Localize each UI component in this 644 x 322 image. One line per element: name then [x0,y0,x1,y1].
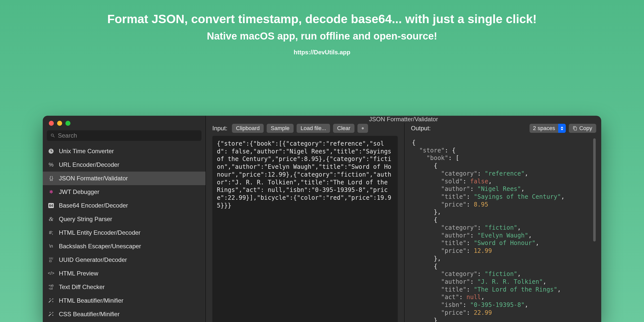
search-icon [50,133,55,138]
uuid-icon: UUID [47,256,55,264]
clipboard-button[interactable]: Clipboard [232,124,264,133]
load-file-button[interactable]: Load file... [297,124,330,133]
sidebar-item-html-entity-encoder-decoder[interactable]: #;HTML Entity Encoder/Decoder [43,226,206,239]
sidebar-item-label: Text Diff Checker [59,284,105,291]
slashn-icon: \n [47,243,55,250]
gear-icon [361,126,364,131]
sidebar-item-label: HTML Preview [59,270,98,277]
sidebar-item-label: HTML Beautifier/Minifier [59,297,124,304]
sidebar-item-label: Backslash Escaper/Unescaper [59,243,141,250]
sidebar-item-unix-time-converter[interactable]: Unix Time Converter [43,144,206,158]
window-title: JSON Formatter/Validator [206,116,601,123]
minimize-icon[interactable] [57,121,62,126]
sidebar-item-html-preview[interactable]: </>HTML Preview [43,267,206,280]
sidebar-item-label: URL Encoder/Decoder [59,161,119,168]
sidebar-item-text-diff-checker[interactable]: +ab-cdText Diff Checker [43,280,206,294]
input-pane: Input: Clipboard Sample Load file... Cle… [206,123,405,322]
sidebar-item-css-beautifier-minifier[interactable]: CSS Beautifier/Minifier [43,307,206,321]
braces-icon: {,} [47,175,55,182]
clock-icon [47,147,55,155]
search-box[interactable] [47,130,202,141]
clear-button[interactable]: Clear [333,124,354,133]
input-textarea[interactable]: {"store":{"book":[{"category":"reference… [212,136,398,322]
copy-button[interactable]: Copy [569,124,596,133]
sidebar-item-backslash-escaper-unescaper[interactable]: \nBackslash Escaper/Unescaper [43,239,206,253]
b64-icon: 64 [47,202,55,209]
sidebar-item-label: Query String Parser [59,216,112,223]
sample-button[interactable]: Sample [267,124,294,133]
sidebar-item-jwt-debugger[interactable]: ✻JWT Debugger [43,185,206,199]
sidebar-item-js-beautifier-minifier[interactable]: JS Beautifier/Minifier [43,321,206,322]
close-icon[interactable] [49,121,54,126]
sidebar-item-label: HTML Entity Encoder/Decoder [59,229,141,236]
hero-headline-1: Format JSON, convert timestamp, decode b… [0,12,644,26]
sidebar-item-label: Unix Time Converter [59,148,114,155]
chevron-updown-icon [558,124,566,133]
output-label: Output: [411,125,431,132]
sidebar-item-url-encoder-decoder[interactable]: %URL Encoder/Decoder [43,158,206,172]
amp-icon: & [47,215,55,223]
sidebar-item-label: CSS Beautifier/Minifier [59,311,119,318]
clipboard-icon [573,126,577,131]
indent-select[interactable]: 2 spaces [530,124,566,133]
percent-icon: % [47,161,55,169]
hero-url: https://DevUtils.app [0,49,644,56]
sidebar-item-label: Base64 Encoder/Decoder [59,202,128,209]
wand-icon [47,297,55,304]
sidebar-item-json-formatter-validator[interactable]: {,}JSON Formatter/Validator [43,172,206,185]
tool-list: Unix Time Converter%URL Encoder/Decoder{… [43,143,206,322]
scrollbar[interactable] [593,138,596,242]
input-label: Input: [212,125,227,132]
sidebar-item-query-string-parser[interactable]: &Query String Parser [43,212,206,226]
app-window: Unix Time Converter%URL Encoder/Decoder{… [43,116,601,322]
jwt-icon: ✻ [47,188,55,196]
wand-icon [47,310,55,318]
sidebar-item-html-beautifier-minifier[interactable]: HTML Beautifier/Minifier [43,294,206,307]
sidebar-item-label: UUID Generator/Decoder [59,256,127,263]
traffic-lights [43,116,206,128]
sidebar: Unix Time Converter%URL Encoder/Decoder{… [43,116,206,322]
copy-button-label: Copy [579,125,592,132]
settings-button[interactable] [357,124,368,133]
fullscreen-icon[interactable] [65,121,70,126]
sidebar-item-label: JWT Debugger [59,188,99,195]
sidebar-item-uuid-generator-decoder[interactable]: UUIDUUID Generator/Decoder [43,253,206,267]
search-input[interactable] [58,132,198,139]
sidebar-item-base64-encoder-decoder[interactable]: 64Base64 Encoder/Decoder [43,199,206,212]
output-view[interactable]: { "store": { "book": [ { "category": "re… [411,136,596,322]
sidebar-item-label: JSON Formatter/Validator [59,175,128,182]
hash-icon: #; [47,229,55,236]
code-icon: </> [47,270,55,277]
hero-headline-2: Native macOS app, run offline and open-s… [0,30,644,42]
indent-select-value: 2 spaces [533,125,555,132]
output-pane: Output: 2 spaces Copy { "store": { "book… [405,123,601,322]
main-panel: JSON Formatter/Validator Input: Clipboar… [206,116,601,322]
diff-icon: +ab-cd [47,283,55,291]
